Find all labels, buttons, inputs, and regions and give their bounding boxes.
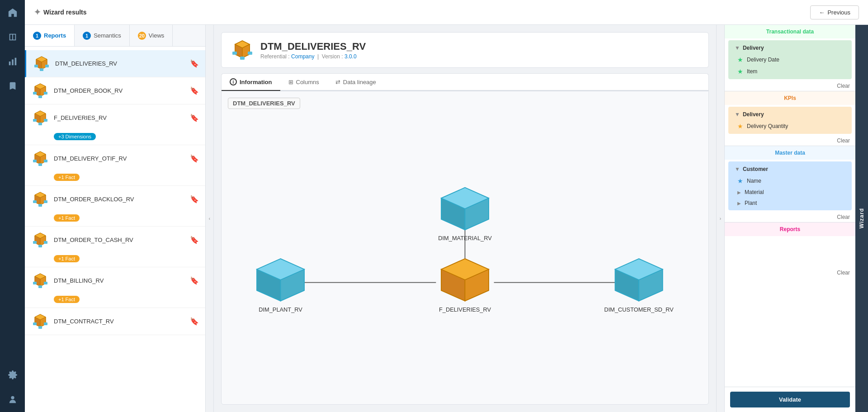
kpis-section: KPIs ▼ Delivery ★ Delivery Quantity Clea… bbox=[725, 91, 855, 146]
svg-rect-30 bbox=[33, 160, 37, 162]
list-item[interactable]: DTM_CONTRACT_RV 🔖 bbox=[25, 308, 205, 335]
reports-list: DTM_DELIVERIES_RV 🔖 bbox=[25, 47, 205, 412]
wizard-side-tab[interactable]: Wizard bbox=[855, 25, 868, 412]
report-cube-icon bbox=[31, 150, 49, 167]
bookmark-icon: 🔖 bbox=[190, 114, 199, 122]
chevron-down-icon: ▼ bbox=[735, 111, 740, 118]
star-icon: ★ bbox=[737, 177, 743, 185]
list-item[interactable]: F_DELIVERIES_RV 🔖 +3 Dimensions bbox=[25, 104, 205, 145]
svg-rect-11 bbox=[40, 68, 43, 71]
bookmark-icon: 🔖 bbox=[190, 86, 199, 95]
nav-home[interactable] bbox=[5, 5, 21, 21]
tab-views-label: Views bbox=[149, 32, 164, 39]
list-item[interactable]: DTM_DELIVERIES_RV 🔖 bbox=[25, 50, 205, 77]
nav-book[interactable] bbox=[5, 29, 21, 45]
list-item[interactable]: DTM_BILLING_RV 🔖 +1 Fact bbox=[25, 267, 205, 308]
collapse-right-icon: › bbox=[720, 216, 721, 221]
svg-rect-58 bbox=[33, 322, 37, 325]
transactional-group-label: Delivery bbox=[743, 45, 764, 51]
previous-button[interactable]: ← Previous bbox=[810, 5, 859, 19]
collapse-right-panel[interactable]: › bbox=[716, 25, 724, 412]
nav-user[interactable] bbox=[5, 391, 21, 407]
transactional-item: ★ Delivery Date bbox=[728, 54, 852, 66]
list-item[interactable]: DTM_DELIVERY_OTIF_RV 🔖 +1 Fact bbox=[25, 145, 205, 186]
top-bar: ✦ Wizard results ← Previous bbox=[25, 0, 868, 25]
inner-tabs: i Information ⊞ Columns ⇄ Data lineage bbox=[222, 74, 708, 91]
svg-rect-51 bbox=[33, 282, 37, 284]
master-group-header[interactable]: ▼ Customer bbox=[728, 163, 852, 175]
report-name: DTM_ORDER_BOOK_RV bbox=[54, 87, 185, 94]
collapse-left-panel[interactable]: ‹ bbox=[206, 25, 214, 412]
chevron-right-icon: ▶ bbox=[737, 190, 741, 195]
node-label: DIM_CUSTOMER_SD_RV bbox=[604, 306, 674, 313]
svg-rect-17 bbox=[44, 92, 47, 95]
fact-badge[interactable]: +1 Fact bbox=[54, 214, 80, 222]
reports-clear-btn[interactable]: Clear bbox=[725, 268, 855, 278]
svg-rect-10 bbox=[45, 65, 49, 67]
report-cube-icon bbox=[31, 109, 49, 127]
report-meta: Referential : Company | Version : 3.0.0 bbox=[260, 53, 366, 60]
list-item[interactable]: DTM_ORDER_TO_CASH_RV 🔖 +1 Fact bbox=[25, 227, 205, 267]
report-name: DTM_ORDER_BACKLOG_RV bbox=[54, 196, 185, 203]
tab-reports-badge: 1 bbox=[33, 32, 41, 40]
kpis-group-header[interactable]: ▼ Delivery bbox=[728, 109, 852, 120]
tab-information[interactable]: i Information bbox=[222, 74, 280, 91]
diagram-inner: DTM_DELIVERIES_RV bbox=[222, 91, 708, 404]
fact-badge[interactable]: +1 Fact bbox=[54, 296, 80, 303]
svg-rect-31 bbox=[44, 160, 47, 162]
report-name: DTM_CONTRACT_RV bbox=[54, 318, 185, 325]
kpis-header: KPIs bbox=[725, 91, 855, 105]
nav-settings[interactable] bbox=[5, 367, 21, 383]
grid-icon: ⊞ bbox=[288, 79, 293, 85]
nav-bookmark[interactable] bbox=[5, 78, 21, 94]
transactional-clear-btn[interactable]: Clear bbox=[725, 81, 855, 91]
list-item[interactable]: DTM_ORDER_BACKLOG_RV 🔖 +1 Fact bbox=[25, 186, 205, 227]
bookmark-icon: 🔖 bbox=[190, 236, 199, 244]
previous-label: Previous bbox=[827, 9, 850, 16]
svg-rect-24 bbox=[44, 119, 47, 122]
transactional-header: Transactional data bbox=[725, 25, 855, 38]
fact-badge[interactable]: +1 Fact bbox=[54, 174, 80, 181]
kpis-group: ▼ Delivery ★ Delivery Quantity bbox=[728, 107, 852, 134]
transactional-group-header[interactable]: ▼ Delivery bbox=[728, 42, 852, 54]
list-item[interactable]: DTM_ORDER_BOOK_RV 🔖 bbox=[25, 77, 205, 104]
master-item-label: Name bbox=[747, 178, 761, 184]
master-item: ▶ Plant bbox=[728, 198, 852, 208]
node-dim-plant: DIM_PLANT_RV bbox=[257, 259, 304, 313]
tab-views[interactable]: 20 Views bbox=[130, 25, 173, 46]
transactional-group: ▼ Delivery ★ Delivery Date ★ Item bbox=[728, 40, 852, 79]
main-content: ✦ Wizard results ← Previous 1 Reports 1 … bbox=[25, 0, 868, 412]
tab-semantics[interactable]: 1 Semantics bbox=[75, 25, 130, 46]
tab-data-lineage[interactable]: ⇄ Data lineage bbox=[327, 74, 384, 91]
svg-rect-59 bbox=[44, 322, 47, 325]
report-name: DTM_DELIVERIES_RV bbox=[55, 60, 185, 67]
svg-rect-18 bbox=[38, 95, 42, 98]
svg-rect-66 bbox=[248, 52, 252, 55]
reports-section-label: Reports bbox=[780, 226, 800, 232]
master-header: Master data bbox=[725, 146, 855, 160]
dimension-badge[interactable]: +3 Dimensions bbox=[54, 133, 96, 140]
report-cube-icon bbox=[31, 272, 49, 289]
svg-rect-65 bbox=[232, 52, 237, 55]
kpis-clear-btn[interactable]: Clear bbox=[725, 136, 855, 146]
bookmark-icon: 🔖 bbox=[190, 154, 199, 163]
transactional-header-label: Transactional data bbox=[766, 28, 814, 35]
master-group: ▼ Customer ★ Name ▶ Material ▶ Plant bbox=[728, 161, 852, 210]
reports-section-header: Reports bbox=[725, 223, 855, 236]
master-clear-btn[interactable]: Clear bbox=[725, 212, 855, 222]
center-main: DTM_DELIVERIES_RV Referential : Company … bbox=[214, 25, 716, 412]
chevron-down-icon: ▼ bbox=[735, 166, 740, 172]
svg-rect-1 bbox=[12, 59, 14, 65]
tab-reports[interactable]: 1 Reports bbox=[25, 25, 75, 46]
report-item-inner: DTM_DELIVERIES_RV bbox=[55, 60, 185, 67]
validate-button[interactable]: Validate bbox=[730, 392, 850, 407]
wizard-title: Wizard results bbox=[43, 9, 87, 16]
fact-badge[interactable]: +1 Fact bbox=[54, 255, 80, 262]
nav-chart[interactable] bbox=[5, 53, 21, 70]
tab-data-lineage-label: Data lineage bbox=[343, 79, 376, 85]
right-panel: Transactional data ▼ Delivery ★ Delivery… bbox=[724, 25, 855, 412]
left-panel: 1 Reports 1 Semantics 20 Views bbox=[25, 25, 206, 412]
report-cube-icon bbox=[33, 55, 51, 72]
tab-columns[interactable]: ⊞ Columns bbox=[280, 74, 327, 91]
reports-section: Reports Clear bbox=[725, 223, 855, 387]
